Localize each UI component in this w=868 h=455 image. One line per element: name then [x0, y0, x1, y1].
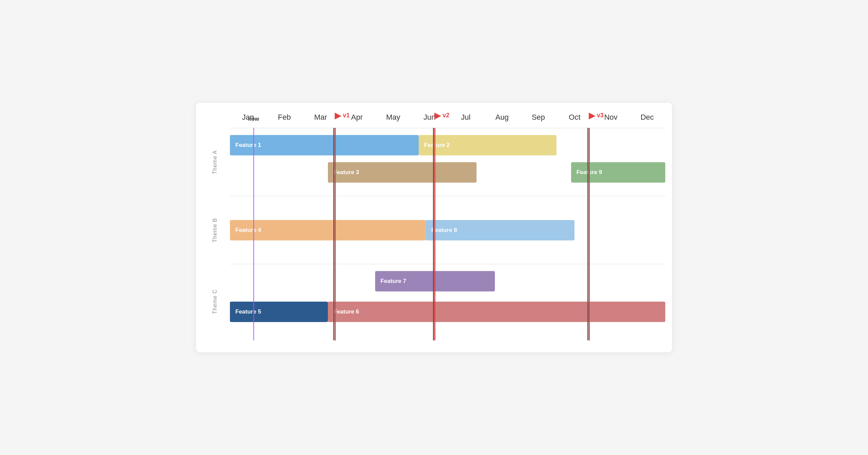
feature1[interactable]: Feature 1 — [230, 135, 419, 155]
feature7[interactable]: Feature 7 — [375, 271, 495, 291]
theme-row-b: Theme BFeature 4Feature 8 — [230, 196, 665, 264]
month-label: Oct — [556, 113, 593, 124]
gantt-grid: Theme AFeature 1Feature 2Feature 3Featur… — [230, 128, 665, 339]
month-label: May — [375, 113, 412, 124]
feature3-label: Feature 3 — [333, 169, 359, 176]
feature5-label: Feature 5 — [235, 308, 261, 315]
feature4-label: Feature 4 — [235, 227, 261, 234]
feature6-label: Feature 6 — [333, 308, 359, 315]
month-header-row: JanFebMarAprMayJunJulAugSepOctNovDec — [230, 113, 665, 124]
month-label: Nov — [593, 113, 629, 124]
feature8-label: Feature 8 — [431, 227, 457, 234]
theme-row-a: Theme AFeature 1Feature 2Feature 3Featur… — [230, 128, 665, 196]
theme-label-c: Theme C — [212, 289, 218, 314]
month-label: Dec — [629, 113, 665, 124]
feature9[interactable]: Feature 9 — [571, 162, 665, 183]
month-label: Aug — [484, 113, 520, 124]
month-label: Jun — [411, 113, 448, 124]
feature4[interactable]: Feature 4 — [230, 220, 426, 240]
feature8[interactable]: Feature 8 — [426, 220, 574, 240]
month-label: Feb — [266, 113, 303, 124]
feature2[interactable]: Feature 2 — [419, 135, 556, 155]
month-label: Mar — [302, 113, 339, 124]
feature2-label: Feature 2 — [424, 142, 450, 149]
month-label: Jan — [230, 113, 266, 124]
feature9-label: Feature 9 — [577, 169, 602, 176]
feature1-label: Feature 1 — [235, 142, 261, 149]
theme-row-c: Theme CFeature 7Feature 5Feature 6 — [230, 264, 665, 339]
feature7-label: Feature 7 — [381, 278, 406, 285]
feature3[interactable]: Feature 3 — [328, 162, 477, 183]
feature6[interactable]: Feature 6 — [328, 302, 665, 322]
theme-label-a: Theme A — [212, 150, 218, 174]
feature5[interactable]: Feature 5 — [230, 302, 328, 322]
theme-label-b: Theme B — [212, 218, 218, 242]
gantt-container: JanFebMarAprMayJunJulAugSepOctNovDec The… — [196, 103, 672, 352]
month-label: Apr — [339, 113, 375, 124]
month-label: Sep — [520, 113, 556, 124]
month-label: Jul — [448, 113, 484, 124]
